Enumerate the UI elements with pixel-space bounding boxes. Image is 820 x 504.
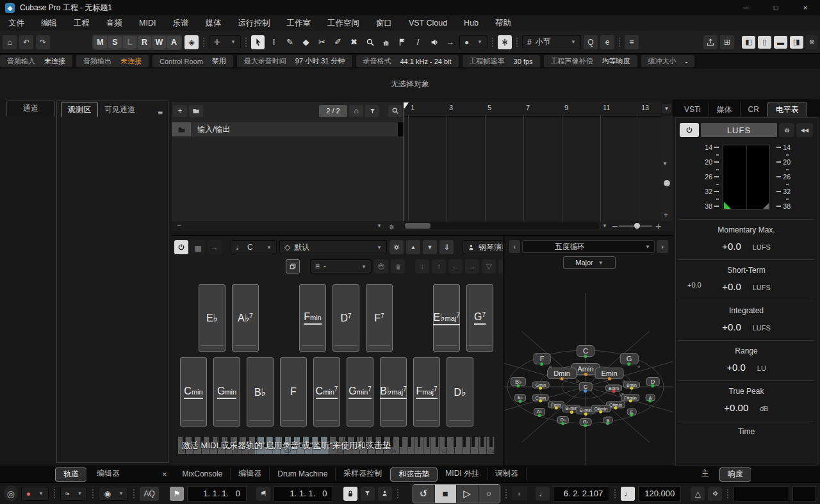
zoom-out-icon[interactable]: − [612, 221, 618, 232]
common-record-modes-button[interactable]: ◎ [4, 485, 18, 501]
draw-tool[interactable]: ✎ [283, 35, 297, 49]
folder-track-swatch[interactable] [172, 122, 191, 136]
menu-item[interactable]: 音频 [98, 15, 131, 31]
zoom-tool[interactable] [363, 35, 377, 49]
minimize-button[interactable]: ─ [732, 0, 761, 15]
maximize-button[interactable]: □ [761, 0, 791, 15]
lock-punch-points-button[interactable] [343, 487, 357, 501]
midi-learn-button[interactable] [374, 259, 388, 273]
status-item[interactable]: 最大录音时间 97 小时 31 分钟 [237, 55, 352, 67]
assign-from-track-button[interactable]: → [208, 240, 222, 254]
circle-chord-node[interactable]: Emin III [594, 368, 623, 379]
circle-chord-node[interactable]: F#min [621, 394, 639, 402]
menu-item[interactable]: 工作空间 [319, 15, 368, 31]
redo-button[interactable]: ↷ [36, 35, 50, 49]
chord-pad[interactable]: Gmin [213, 357, 240, 427]
track-filter-button[interactable] [365, 105, 379, 117]
chord-pad[interactable]: F7 [366, 284, 393, 352]
meter-view-tab[interactable]: 响度 [719, 467, 751, 482]
circle-chord-node[interactable]: E♭ [514, 394, 526, 402]
meter-view-tab[interactable]: 主 [694, 467, 717, 480]
menu-item[interactable]: 乐谱 [164, 15, 197, 31]
record-button[interactable]: ○ [479, 485, 500, 503]
tempo-display[interactable]: 120.000 [638, 486, 681, 501]
project-zone-tab[interactable]: 编辑器 [89, 467, 127, 480]
punch-out-button[interactable] [378, 487, 392, 501]
chord-pad[interactable]: E♭maj7 [433, 284, 460, 352]
next-mode-button[interactable]: › [657, 240, 668, 253]
onscreen-keyboard-button[interactable]: ⊞ [720, 35, 734, 49]
chord-pad[interactable]: Cmin7 [313, 357, 340, 427]
status-item[interactable]: Control Room 禁用 [152, 55, 233, 67]
quantize-button[interactable]: Q [584, 35, 598, 49]
vertical-zoom-in-icon[interactable]: + [664, 211, 668, 220]
right-zone-tab[interactable]: CR [741, 102, 767, 117]
chord-pad[interactable]: B♭ [247, 357, 274, 427]
right-locator-display[interactable]: 1. 1. 1. 0 [274, 486, 333, 501]
chord-pad[interactable]: D7 [332, 284, 359, 352]
preset-combo[interactable]: ◇ 默认 ▼ [279, 240, 387, 254]
menu-item[interactable]: 运行控制 [229, 15, 278, 31]
position-display[interactable]: 6. 2. 2.107 [553, 486, 609, 501]
left-zone-toggle[interactable]: ◧ [742, 36, 755, 49]
zoom-slider-thumb[interactable] [634, 223, 640, 229]
scroll-down-icon[interactable]: ▼ [662, 161, 668, 167]
circle-chord-node[interactable]: Bdim VII [605, 385, 622, 392]
circle-chord-node[interactable]: B♭ [511, 377, 526, 386]
chord-pad[interactable]: F [280, 357, 307, 427]
shift-right-button[interactable]: → [465, 259, 479, 273]
lower-zone-tab[interactable]: MIDI 外挂 [438, 467, 488, 480]
track-state-button[interactable]: S [108, 36, 122, 49]
preset-settings-button[interactable] [390, 240, 404, 254]
drag-mode-combo[interactable]: ✛▼ [209, 35, 241, 49]
punch-in-button[interactable] [361, 487, 375, 501]
chord-pad[interactable]: Cmin [180, 357, 207, 427]
chord-pads-power-button[interactable] [174, 240, 188, 254]
pad-layout-button[interactable] [286, 259, 300, 273]
menu-item[interactable]: 工程 [65, 15, 98, 31]
zoom-preset-icon[interactable]: ▼ [602, 223, 607, 229]
chord-pad[interactable]: Fmin [299, 284, 326, 352]
piano-keyboard[interactable]: C0C1C2C3C4C5C6 激活 MIDI 或乐器轨的"启用录音"或"监听"来… [178, 437, 495, 454]
timeline-ruler[interactable]: 135791113 [404, 102, 661, 221]
comp-tool[interactable] [395, 35, 409, 49]
meter-settings-button[interactable] [779, 123, 794, 137]
hand-tool[interactable] [379, 35, 393, 49]
status-item[interactable]: 工程帧速率 30 fps [463, 55, 540, 67]
setup-toolbar-button[interactable] [806, 35, 817, 49]
chord-assistant-button[interactable]: ▅ [191, 240, 205, 254]
lower-zone-tab[interactable]: 和弦击垫 [390, 467, 438, 482]
lower-zone-tab[interactable]: 编辑器 [231, 467, 270, 480]
project-zone-tab[interactable]: 轨道 [55, 467, 86, 482]
previous-preset-button[interactable]: ▲ [406, 240, 420, 254]
circle-chord-node[interactable]: E [627, 409, 637, 416]
circle-chord-node[interactable]: F IV [534, 353, 551, 364]
add-track-button[interactable]: + [173, 105, 187, 117]
menu-item[interactable]: 文件 [0, 15, 33, 31]
track-state-button[interactable]: M [94, 36, 107, 49]
circle-chord-node[interactable]: Bmin [623, 382, 640, 389]
lower-zone-tab[interactable]: 调制器 [488, 467, 527, 480]
chord-pad[interactable]: B♭maj7 [380, 357, 407, 427]
align-button[interactable]: ≡ [625, 35, 639, 49]
circle-chord-node[interactable]: C [577, 345, 594, 357]
lower-zone-tab[interactable]: Drum Machine [270, 467, 336, 480]
cycle-button[interactable]: ↺ [413, 485, 435, 503]
assistant-mode-combo[interactable]: 五度循环 ▼ [522, 240, 655, 253]
go-to-right-locator-button[interactable]: ⚑ [256, 487, 270, 501]
circle-chord-node[interactable]: G♭ [580, 418, 592, 426]
track-state-button[interactable]: W [152, 36, 166, 49]
color-menu[interactable]: ●▼ [459, 35, 488, 49]
lower-zone-tab[interactable]: MixConsole [175, 467, 231, 480]
circle-chord-node[interactable]: Gmin [532, 382, 550, 389]
center-zone-toggle[interactable]: ▯ [758, 36, 771, 49]
time-format-button[interactable]: ♩ [536, 487, 550, 501]
close-button[interactable]: × [791, 0, 820, 15]
vertical-zoom-thumb[interactable] [664, 180, 670, 186]
circle-chord-node[interactable]: G V [620, 353, 639, 364]
home-button[interactable]: ⌂ [3, 35, 17, 49]
chord-pad[interactable]: Fmaj7 [413, 357, 440, 427]
chord-pad[interactable]: G7 [466, 284, 493, 352]
menu-item[interactable]: MIDI [131, 15, 164, 31]
stop-button[interactable]: ■ [435, 485, 457, 503]
